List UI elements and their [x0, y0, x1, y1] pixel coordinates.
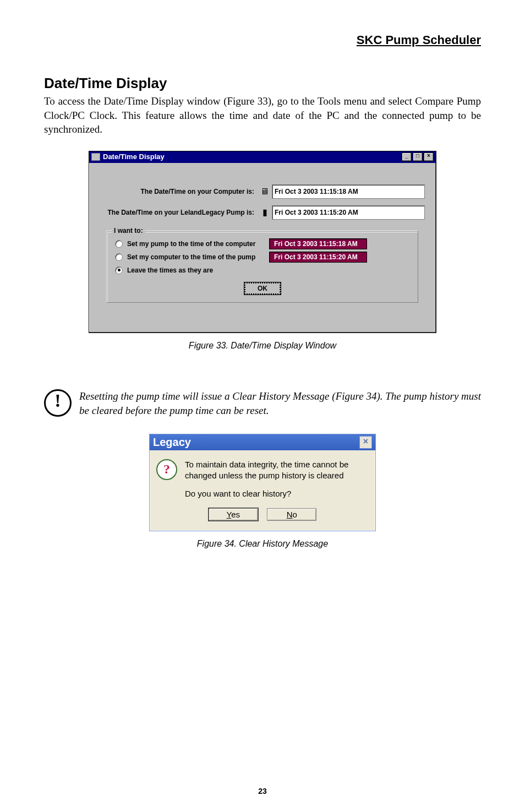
- alert-icon: !: [44, 389, 72, 417]
- radio-icon: [115, 253, 123, 261]
- option-leave-times[interactable]: Leave the times as they are: [115, 264, 410, 277]
- pump-time-row: The Date/Time on your LelandLegacy Pump …: [100, 205, 425, 220]
- close-button[interactable]: ×: [424, 152, 434, 161]
- clear-history-dialog: Legacy × ? To maintain data integrity, t…: [149, 434, 376, 531]
- yes-label-rest: es: [231, 510, 240, 519]
- pump-time-label: The Date/Time on your LelandLegacy Pump …: [100, 209, 258, 216]
- window-control-buttons: _ □ ×: [402, 152, 434, 161]
- window-icon: [91, 153, 100, 161]
- option-set-pump-value: Fri Oct 3 2003 11:15:18 AM: [269, 238, 367, 249]
- ok-button[interactable]: OK: [244, 282, 281, 295]
- minimize-button[interactable]: _: [402, 152, 412, 161]
- radio-icon: [115, 240, 123, 248]
- pump-time-value: Fri Oct 3 2003 11:15:20 AM: [272, 205, 425, 220]
- figure-34-wrap: Legacy × ? To maintain data integrity, t…: [44, 434, 481, 549]
- option-set-computer-value: Fri Oct 3 2003 11:15:20 AM: [269, 252, 367, 263]
- maximize-button[interactable]: □: [413, 152, 423, 161]
- option-set-pump[interactable]: Set my pump to the time of the computer …: [115, 237, 410, 250]
- figure-33-caption: Figure 33. Date/Time Display Window: [44, 341, 481, 351]
- pc-time-label: The Date/Time on your Computer is:: [100, 188, 258, 195]
- pump-icon: ▮: [258, 207, 272, 217]
- pc-time-row: The Date/Time on your Computer is: 🖥 Fri…: [100, 184, 425, 199]
- option-leave-times-label: Leave the times as they are: [127, 266, 269, 274]
- dialog-question: Do you want to clear history?: [185, 488, 367, 499]
- pc-time-value: Fri Oct 3 2003 11:15:18 AM: [272, 184, 425, 199]
- figure-33-wrap: Date/Time Display _ □ × The Date/Time on…: [44, 151, 481, 351]
- note-block: ! Resetting the pump time will issue a C…: [44, 389, 481, 417]
- computer-icon: 🖥: [258, 187, 272, 197]
- dialog-message: To maintain data integrity, the time can…: [185, 459, 367, 481]
- dialog-close-button[interactable]: ×: [359, 436, 372, 449]
- section-title: Date/Time Display: [44, 75, 481, 92]
- no-label-rest: o: [292, 510, 297, 519]
- dialog-titlebar: Legacy ×: [150, 434, 375, 450]
- section-body: To access the Date/Time Display window (…: [44, 94, 481, 137]
- option-set-computer[interactable]: Set my computer to the time of the pump …: [115, 250, 410, 264]
- option-set-computer-label: Set my computer to the time of the pump: [127, 253, 269, 261]
- page-header-right: SKC Pump Scheduler: [44, 33, 481, 47]
- window-titlebar: Date/Time Display _ □ ×: [89, 151, 436, 163]
- page-number: 23: [0, 787, 525, 795]
- note-text: Resetting the pump time will issue a Cle…: [79, 389, 481, 417]
- dialog-title: Legacy: [153, 436, 191, 449]
- option-set-pump-label: Set my pump to the time of the computer: [127, 240, 269, 248]
- radio-icon-selected: [115, 266, 123, 274]
- yes-button[interactable]: Yes: [209, 508, 258, 521]
- i-want-to-group: I want to: Set my pump to the time of th…: [107, 231, 418, 303]
- date-time-window: Date/Time Display _ □ × The Date/Time on…: [89, 151, 436, 333]
- group-title: I want to:: [112, 227, 145, 235]
- question-icon: ?: [156, 459, 177, 480]
- window-title: Date/Time Display: [103, 152, 165, 161]
- no-button[interactable]: No: [267, 508, 316, 521]
- figure-34-caption: Figure 34. Clear History Message: [44, 539, 481, 549]
